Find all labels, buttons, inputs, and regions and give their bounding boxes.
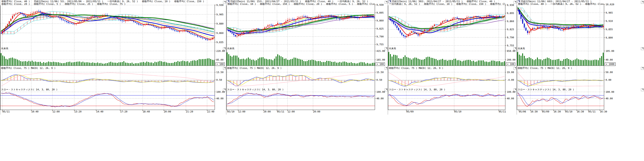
candle-body [243,32,244,33]
volume-bar [444,60,444,66]
volume-bar [547,58,548,66]
price-axis-label: 9,905 [216,13,224,16]
candle-body [400,30,401,33]
volume-bar [578,59,579,66]
candle-body [63,20,64,20]
candle-body [150,25,150,25]
candle-body [158,28,158,28]
pane-restore-icon[interactable] [385,1,388,4]
candle-body [553,26,554,27]
volume-bar [200,59,201,66]
macd-signal-line [227,75,374,85]
candle-body [37,11,38,12]
candle-body [236,36,237,36]
indicator-label: 移動平均( Close, 10 ) [228,3,256,6]
volume-bar [89,63,90,66]
candle-body [527,31,528,33]
candle-body [424,30,425,31]
volume-bar [71,63,72,66]
volume-bar [442,59,443,66]
volume-bar [190,61,191,66]
volume-bar [585,60,586,66]
pane-restore-icon[interactable] [385,47,388,50]
window-chart-icon[interactable] [388,0,391,3]
pane-restore-icon[interactable] [385,88,388,91]
candle-body [444,21,444,22]
candle-body [124,21,124,21]
window-chart-icon[interactable] [517,0,520,3]
candle-body [537,27,538,29]
indicator-label: 移動平均( Close, 150 ) [260,3,290,6]
candle-body [331,16,332,16]
volume-bar [390,54,391,66]
volume-bar [86,62,87,66]
volume-bar [422,60,423,66]
macd-signal-line [518,80,603,86]
pane-restore-icon[interactable] [641,88,644,91]
pane-restore-icon[interactable] [641,1,644,4]
window-title: 日経225mini 11/06( 60分, 2011/04/27 - 2011/… [521,0,592,3]
candle-body [258,29,259,29]
stoch-axis-label: 40.00 [376,97,384,100]
stoch-d-line [227,93,374,104]
pane-restore-icon[interactable] [514,1,516,4]
window-chart-icon[interactable] [227,0,230,3]
volume-bar [279,55,280,66]
volume-bar [486,62,487,66]
volume-bar [413,58,414,66]
indicator-label: 移動平均( Close, [585,3,604,6]
volume-bar [596,60,597,66]
volume-bar [102,64,103,66]
volume-bar [452,60,453,66]
pane-restore-icon[interactable] [514,47,516,50]
candle-body [522,19,523,24]
stoch-k-line [1,93,214,107]
pane-restore-icon[interactable] [223,88,226,91]
price-axis-label: 9,860 [216,32,224,34]
volume-bar [550,59,551,66]
pane-restore-icon[interactable] [641,67,644,70]
candle-body [544,26,544,27]
volume-bar [53,62,54,66]
pane-restore-icon[interactable] [514,88,516,91]
candle-body [200,37,201,38]
macd-pane-label: 移動平均( Close, 75 ) MACD( 12, 26, 9 ) [1,67,56,70]
volume-bar [106,63,106,66]
candle-body [297,18,298,19]
volume-bar [393,55,394,66]
candle-body [105,15,106,15]
volume-multiplier-badge: × 100 [506,63,515,66]
indicator-label: 移動平均( Close, 5 ) [326,3,353,6]
pane-restore-icon[interactable] [223,67,226,70]
pane-restore-icon[interactable] [385,67,388,70]
pane-restore-icon[interactable] [223,1,226,4]
candle-body [454,18,454,19]
volume-bar [539,59,540,66]
candle-body [334,17,335,17]
candle-body [6,27,6,29]
volume-bar [172,63,174,66]
volume-axis-label: 165.00 [376,59,385,61]
candle-body [81,21,82,22]
candle-body [328,15,329,16]
volume-bar [586,60,587,66]
pane-restore-icon[interactable] [514,67,516,70]
pane-restore-icon[interactable] [641,47,644,50]
candle-body [588,26,589,27]
volume-bar [600,58,600,66]
volume-bar [100,63,101,66]
candle-body [558,29,559,30]
volume-bar [374,63,374,66]
candle-body [182,30,183,31]
candle-body [40,12,41,13]
volume-bar [361,62,362,66]
candle-body [462,20,462,20]
candle-body [475,16,476,17]
candle-body [68,22,68,23]
volume-bar [323,62,324,66]
pane-restore-icon[interactable] [223,47,226,50]
volume-bar [527,58,528,66]
volume-bar [334,62,335,66]
candle-body [71,23,72,24]
candle-body [118,19,119,20]
